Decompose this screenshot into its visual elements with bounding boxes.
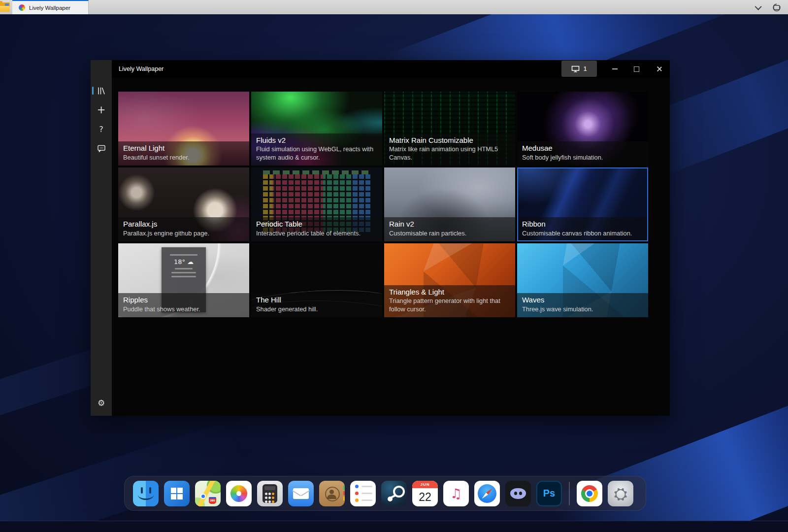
- wallpaper-description: Customisable rain particles.: [389, 230, 510, 237]
- wallpaper-description: Customisable canvas ribbon animation.: [522, 230, 643, 237]
- wallpaper-tile-fluids-v2[interactable]: Fluids v2 Fluid simulation using WebGL, …: [251, 92, 382, 166]
- wallpaper-title: Ripples: [123, 296, 244, 305]
- reminders-icon[interactable]: [350, 481, 376, 506]
- wallpaper-title: Medusae: [522, 144, 643, 153]
- wallpaper-description: Fluid simulation using WebGL, reacts wit…: [256, 145, 377, 162]
- wallpaper-description: Parallax.js engine github page.: [123, 230, 244, 237]
- wallpaper-tile-periodic-table[interactable]: Periodic Table Interactive periodic tabl…: [251, 167, 382, 241]
- lively-wallpaper-window: + ? ⚙ Lively Wallpaper: [91, 60, 670, 416]
- chevron-down-icon[interactable]: [755, 3, 762, 10]
- photoshop-icon[interactable]: Ps: [536, 481, 562, 506]
- screen-capture-icon[interactable]: [771, 3, 781, 11]
- lively-logo-icon: [19, 4, 25, 11]
- wallpaper-caption: Ripples Puddle that shows weather.: [118, 293, 249, 317]
- wallpaper-grid: Eternal Light Beautiful sunset render. F…: [118, 92, 648, 317]
- gear-icon: ⚙: [98, 398, 105, 408]
- wallpaper-description: Beautiful sunset render.: [123, 154, 244, 162]
- wallpaper-description: Matrix like rain animation using HTML5 C…: [389, 145, 510, 162]
- photoshop-label: Ps: [543, 488, 555, 499]
- monitor-select-button[interactable]: 1: [561, 61, 597, 77]
- wallpaper-tile-matrix-rain[interactable]: Matrix Rain Customizable Matrix like rai…: [384, 92, 515, 166]
- calendar-day: 22: [412, 488, 438, 506]
- feedback-chat-icon: [97, 144, 106, 152]
- wallpaper-tile-medusae[interactable]: Medusae Soft body jellyfish simulation.: [517, 92, 648, 166]
- windows-app-icon[interactable]: [164, 481, 190, 506]
- wallpaper-caption: Rain v2 Customisable rain particles.: [384, 217, 515, 241]
- monitor-icon: [571, 66, 580, 72]
- wallpaper-title: Periodic Table: [256, 220, 377, 229]
- wallpaper-description: Shader generated hill.: [256, 305, 377, 313]
- wallpaper-title: Rain v2: [389, 220, 510, 229]
- calendar-month: JUN: [412, 481, 438, 488]
- plus-icon: +: [97, 105, 106, 115]
- wallpaper-title: Waves: [522, 296, 643, 305]
- steam-icon[interactable]: [381, 481, 407, 506]
- screen: Lively Wallpaper +: [0, 0, 788, 532]
- wallpaper-title: The Hill: [256, 296, 377, 305]
- wallpaper-tile-the-hill[interactable]: The Hill Shader generated hill.: [251, 243, 382, 317]
- wallpaper-caption: Fluids v2 Fluid simulation using WebGL, …: [251, 133, 382, 166]
- wallpaper-title: Eternal Light: [123, 144, 244, 153]
- library-icon: [97, 87, 106, 95]
- top-taskbar: Lively Wallpaper: [0, 0, 788, 14]
- taskbar-tab-label: Lively Wallpaper: [29, 5, 70, 11]
- dock: 280 JUN 22 ♫: [124, 476, 646, 511]
- photos-icon[interactable]: [226, 481, 252, 506]
- wallpaper-bottom-band: [0, 521, 788, 532]
- wallpaper-tile-parallax-js[interactable]: Parallax.js Parallax.js engine github pa…: [118, 167, 249, 241]
- maps-icon[interactable]: 280: [195, 481, 221, 506]
- wallpaper-title: Ribbon: [522, 220, 643, 229]
- wallpaper-tile-ripples[interactable]: 18° ☁ Ripples Puddle that shows weather.: [118, 243, 249, 317]
- taskbar-tab-lively-wallpaper[interactable]: Lively Wallpaper: [12, 0, 89, 14]
- sidebar-item-add-wallpaper[interactable]: +: [96, 104, 107, 116]
- wallpaper-caption: The Hill Shader generated hill.: [251, 293, 382, 317]
- wallpaper-caption: Matrix Rain Customizable Matrix like rai…: [384, 133, 515, 166]
- sidebar-item-help[interactable]: ?: [96, 123, 107, 135]
- wallpaper-caption: Ribbon Customisable canvas ribbon animat…: [517, 217, 648, 241]
- wallpaper-caption: Triangles & Light Triangle pattern gener…: [384, 285, 515, 318]
- wallpaper-caption: Periodic Table Interactive periodic tabl…: [251, 217, 382, 241]
- wallpaper-caption: Medusae Soft body jellyfish simulation.: [517, 141, 648, 166]
- wallpaper-tile-waves[interactable]: Waves Three.js wave simulation.: [517, 243, 648, 317]
- mail-icon[interactable]: [288, 481, 314, 506]
- chrome-icon[interactable]: [577, 481, 602, 506]
- music-icon[interactable]: ♫: [443, 481, 469, 506]
- calculator-icon[interactable]: [257, 481, 283, 506]
- help-icon: ?: [99, 125, 103, 134]
- wallpaper-title: Triangles & Light: [389, 288, 510, 297]
- monitor-count: 1: [583, 65, 587, 72]
- wallpaper-tile-rain-v2[interactable]: Rain v2 Customisable rain particles.: [384, 167, 515, 241]
- contacts-icon[interactable]: [319, 481, 345, 506]
- close-button[interactable]: [650, 60, 668, 78]
- calendar-icon[interactable]: JUN 22: [412, 481, 438, 506]
- sidebar: + ? ⚙: [91, 60, 112, 416]
- minimize-button[interactable]: [606, 60, 624, 78]
- file-explorer-icon[interactable]: [0, 2, 10, 12]
- wallpaper-description: Puddle that shows weather.: [123, 305, 244, 313]
- music-note-glyph: ♫: [450, 487, 462, 500]
- wallpaper-tile-triangles-light[interactable]: Triangles & Light Triangle pattern gener…: [384, 243, 515, 317]
- sidebar-item-settings[interactable]: ⚙: [96, 397, 107, 409]
- sidebar-item-library[interactable]: [96, 85, 107, 97]
- maps-shield-label: 280: [209, 497, 216, 504]
- sidebar-item-feedback[interactable]: [96, 142, 107, 154]
- weather-temperature: 18° ☁: [174, 258, 194, 266]
- wallpaper-title: Fluids v2: [256, 136, 377, 145]
- wallpaper-title: Matrix Rain Customizable: [389, 136, 510, 145]
- maximize-button[interactable]: [627, 60, 645, 78]
- safari-icon[interactable]: [474, 481, 500, 506]
- wallpaper-tile-ribbon[interactable]: Ribbon Customisable canvas ribbon animat…: [517, 167, 648, 241]
- wallpaper-description: Soft body jellyfish simulation.: [522, 154, 643, 162]
- window-title: Lively Wallpaper: [119, 66, 164, 72]
- wallpaper-caption: Waves Three.js wave simulation.: [517, 293, 648, 317]
- system-settings-icon[interactable]: ⛭: [608, 481, 633, 506]
- wallpaper-description: Interactive periodic table of elements.: [256, 230, 377, 237]
- wallpaper-description: Three.js wave simulation.: [522, 305, 643, 313]
- wallpaper-description: Triangle pattern generator with light th…: [389, 297, 510, 313]
- wallpaper-title: Parallax.js: [123, 220, 244, 229]
- wallpaper-caption: Eternal Light Beautiful sunset render.: [118, 141, 249, 166]
- discord-icon[interactable]: [505, 481, 531, 506]
- wallpaper-caption: Parallax.js Parallax.js engine github pa…: [118, 217, 249, 241]
- wallpaper-tile-eternal-light[interactable]: Eternal Light Beautiful sunset render.: [118, 92, 249, 166]
- finder-icon[interactable]: [133, 481, 159, 506]
